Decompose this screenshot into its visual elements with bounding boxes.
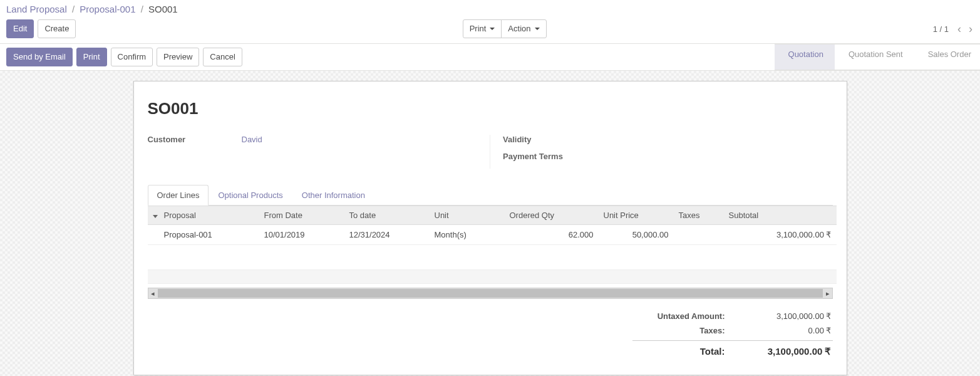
pager-prev-icon[interactable]: ‹ [956, 23, 962, 36]
status-step-quotation[interactable]: Quotation [775, 44, 835, 70]
action-dropdown[interactable]: Action [501, 19, 546, 38]
print-dropdown[interactable]: Print [463, 19, 502, 38]
tabs: Order Lines Optional Products Other Info… [148, 185, 833, 206]
th-proposal[interactable]: Proposal [159, 206, 259, 225]
tab-other-information[interactable]: Other Information [292, 185, 374, 206]
cell-ordered-qty: 62.000 [505, 225, 599, 245]
caret-down-icon [153, 215, 158, 218]
caret-down-icon [535, 28, 540, 30]
preview-button[interactable]: Preview [157, 48, 199, 66]
form-sheet: SO001 Customer David Validity Payment Te… [133, 81, 847, 375]
edit-button[interactable]: Edit [6, 19, 34, 38]
breadcrumb-sep: / [141, 4, 143, 14]
total-label: Total: [634, 346, 744, 357]
th-unit[interactable]: Unit [430, 206, 505, 225]
record-title: SO001 [148, 99, 833, 118]
status-step-quotation-sent[interactable]: Quotation Sent [835, 44, 914, 70]
control-panel: Edit Create Print Action 1 / 1 ‹ › [0, 17, 980, 44]
totals: Untaxed Amount: 3,100,000.00 ₹ Taxes: 0.… [632, 309, 833, 360]
form-background: SO001 Customer David Validity Payment Te… [0, 71, 980, 376]
order-lines-table: Proposal From Date To date Unit Ordered … [148, 206, 837, 284]
th-taxes[interactable]: Taxes [674, 206, 724, 225]
th-from-date[interactable]: From Date [259, 206, 344, 225]
cell-unit-price: 50,000.00 [599, 225, 674, 245]
pager-text: 1 / 1 [933, 24, 949, 34]
print-button[interactable]: Print [76, 48, 107, 66]
scroll-track[interactable] [158, 289, 823, 298]
breadcrumb-current: SO001 [148, 4, 178, 14]
table-expand-header[interactable] [148, 206, 159, 225]
payment-terms-label: Payment Terms [503, 152, 597, 161]
total-value: 3,100,000.00 ₹ [744, 346, 832, 357]
customer-label: Customer [148, 135, 242, 144]
status-step-sales-order[interactable]: Sales Order [914, 44, 980, 70]
th-subtotal[interactable]: Subtotal [724, 206, 837, 225]
breadcrumb-sep: / [72, 4, 75, 14]
untaxed-amount-value: 3,100,000.00 ₹ [744, 311, 832, 321]
th-ordered-qty[interactable]: Ordered Qty [505, 206, 599, 225]
create-button[interactable]: Create [38, 19, 76, 38]
confirm-button[interactable]: Confirm [111, 48, 153, 66]
send-by-email-button[interactable]: Send by Email [6, 48, 73, 66]
breadcrumb-root[interactable]: Land Proposal [6, 4, 67, 14]
validity-label: Validity [503, 135, 597, 144]
table-row[interactable]: Proposal-001 10/01/2019 12/31/2024 Month… [148, 225, 837, 245]
breadcrumb-parent[interactable]: Proposal-001 [80, 4, 135, 14]
fields-row: Customer David Validity Payment Terms [148, 135, 833, 169]
taxes-value: 0.00 ₹ [744, 326, 832, 335]
cell-proposal: Proposal-001 [159, 225, 259, 245]
breadcrumb: Land Proposal / Proposal-001 / SO001 [0, 0, 980, 17]
tab-order-lines[interactable]: Order Lines [148, 185, 209, 206]
cancel-button[interactable]: Cancel [203, 48, 242, 66]
caret-down-icon [490, 28, 495, 30]
status-steps: Quotation Quotation Sent Sales Order [775, 44, 980, 70]
th-unit-price[interactable]: Unit Price [599, 206, 674, 225]
customer-value[interactable]: David [242, 135, 262, 144]
print-dropdown-label: Print [470, 23, 487, 34]
taxes-label: Taxes: [634, 326, 744, 335]
scroll-right-icon[interactable]: ▸ [823, 290, 832, 298]
th-to-date[interactable]: To date [344, 206, 430, 225]
pager-next-icon[interactable]: › [967, 23, 974, 36]
cell-from-date: 10/01/2019 [259, 225, 344, 245]
status-bar: Send by Email Print Confirm Preview Canc… [0, 44, 980, 71]
cell-subtotal: 3,100,000.00 ₹ [724, 225, 837, 245]
untaxed-amount-label: Untaxed Amount: [634, 311, 744, 321]
scroll-left-icon[interactable]: ◂ [148, 290, 157, 298]
cell-taxes [674, 225, 724, 245]
cell-unit: Month(s) [430, 225, 505, 245]
tab-optional-products[interactable]: Optional Products [209, 185, 292, 206]
cell-to-date: 12/31/2024 [344, 225, 430, 245]
action-dropdown-label: Action [508, 23, 530, 34]
horizontal-scrollbar[interactable]: ◂ ▸ [148, 288, 833, 299]
